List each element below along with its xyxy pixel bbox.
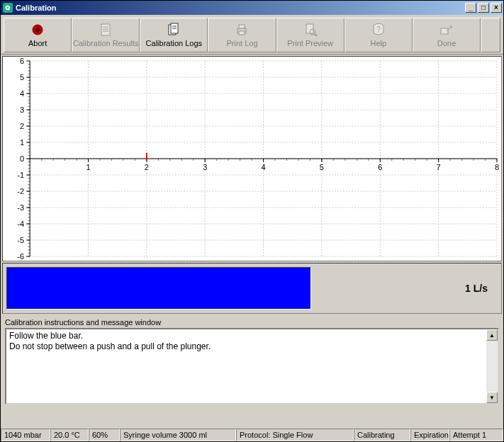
logs-icon	[167, 23, 181, 37]
svg-text:-5: -5	[17, 236, 24, 244]
results-icon	[99, 23, 113, 37]
svg-text:6: 6	[20, 57, 24, 65]
message-line: Do not stop between a push and a pull of…	[9, 341, 485, 352]
status-pressure: 1040 mbar	[1, 429, 50, 441]
window-title: Calibration	[16, 4, 464, 12]
done-icon	[439, 23, 454, 37]
scroll-down-icon[interactable]: ▼	[486, 392, 498, 403]
print-preview-icon	[303, 23, 318, 37]
svg-point-1	[35, 28, 40, 32]
svg-text:?: ?	[376, 26, 381, 33]
message-window: Follow the blue bar.Do not stop between …	[5, 328, 499, 404]
abort-button[interactable]: Abort	[4, 18, 72, 52]
svg-text:4: 4	[20, 89, 24, 98]
svg-text:8: 8	[495, 163, 499, 171]
message-scrollbar[interactable]: ▲ ▼	[486, 329, 498, 403]
help-icon: ?	[371, 23, 386, 37]
print-log-button[interactable]: Print Log	[208, 18, 276, 52]
status-state: Calibrating	[354, 429, 410, 441]
svg-text:5: 5	[320, 163, 324, 171]
close-button[interactable]: ×	[491, 3, 502, 13]
svg-text:3: 3	[203, 163, 207, 171]
svg-text:4: 4	[261, 163, 265, 171]
message-caption: Calibration instructions and message win…	[5, 318, 499, 327]
status-humidity: 60%	[89, 429, 120, 441]
status-bar: 1040 mbar 20.0 °C 60% Syringe volume 300…	[1, 429, 503, 441]
svg-text:5: 5	[20, 73, 24, 81]
print-preview-label: Print Preview	[287, 39, 333, 47]
svg-text:1: 1	[20, 138, 24, 147]
calibration-logs-button[interactable]: Calibration Logs	[140, 18, 208, 52]
app-icon: ✿	[3, 3, 13, 13]
svg-rect-2	[101, 24, 110, 35]
done-button[interactable]: Done	[413, 18, 481, 52]
calibration-results-button[interactable]: Calibration Results	[72, 18, 140, 52]
logs-label: Calibration Logs	[146, 39, 203, 47]
svg-text:-3: -3	[17, 203, 24, 212]
print-preview-button[interactable]: Print Preview	[276, 18, 345, 52]
toolbar: Abort Calibration Results Calibration Lo…	[1, 15, 503, 55]
message-line: Follow the blue bar.	[9, 331, 485, 341]
svg-text:-1: -1	[17, 171, 24, 179]
svg-line-15	[315, 34, 317, 36]
flow-bar	[6, 267, 311, 310]
svg-text:-4: -4	[17, 220, 24, 228]
calibration-chart: -6-5-4-3-2-1012345612345678	[2, 56, 502, 261]
status-expiration: Expiration	[410, 429, 449, 441]
abort-label: Abort	[28, 39, 47, 47]
status-syringe: Syringe volume 3000 ml	[120, 429, 236, 441]
svg-text:3: 3	[20, 106, 24, 114]
minimize-button[interactable]: _	[465, 3, 476, 13]
svg-text:6: 6	[378, 163, 382, 171]
svg-text:-6: -6	[17, 252, 24, 261]
results-label: Calibration Results	[73, 39, 138, 47]
status-attempt: Attempt 1	[449, 429, 503, 441]
svg-text:2: 2	[145, 163, 149, 171]
done-label: Done	[437, 39, 456, 47]
maximize-button[interactable]: □	[478, 3, 489, 13]
svg-text:-2: -2	[17, 187, 24, 196]
svg-rect-12	[239, 31, 245, 35]
svg-text:2: 2	[20, 122, 24, 130]
title-bar: ✿ Calibration _ □ ×	[1, 1, 503, 15]
status-protocol: Protocol: Single Flow	[236, 429, 354, 441]
help-label: Help	[370, 39, 386, 47]
flow-bar-panel: 1 L/s	[2, 263, 502, 314]
svg-text:1: 1	[86, 163, 90, 171]
abort-icon	[30, 23, 45, 37]
print-log-icon	[235, 23, 249, 37]
svg-text:0: 0	[20, 154, 24, 163]
flow-rate-label: 1 L/s	[465, 267, 498, 310]
svg-text:7: 7	[437, 163, 441, 171]
status-temperature: 20.0 °C	[50, 429, 89, 441]
scroll-up-icon[interactable]: ▲	[486, 329, 498, 341]
toolbar-spacer	[481, 18, 500, 52]
print-log-label: Print Log	[226, 39, 257, 47]
help-button[interactable]: ? Help	[345, 18, 413, 52]
scroll-track[interactable]	[486, 341, 498, 392]
svg-rect-11	[239, 25, 245, 28]
